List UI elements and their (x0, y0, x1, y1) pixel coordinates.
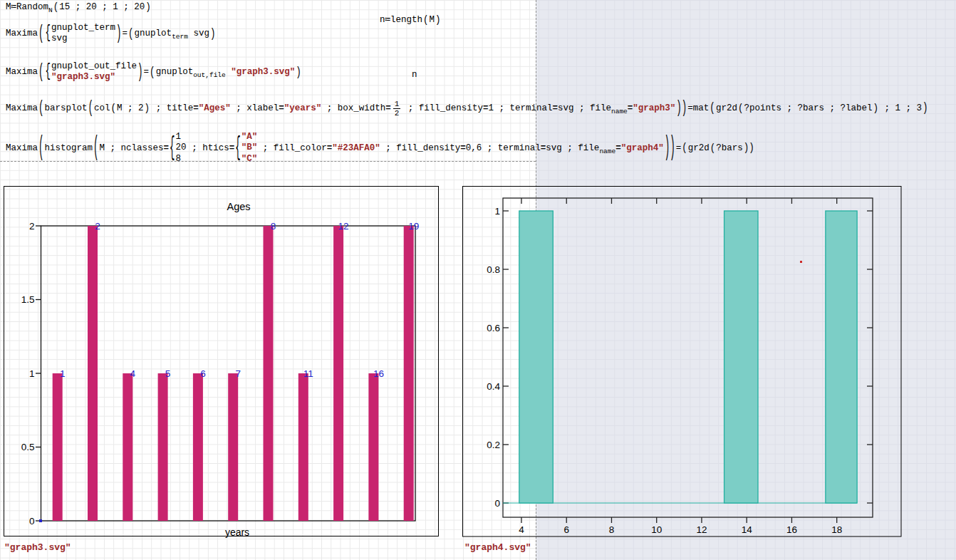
bar-value-label: 11 (303, 368, 313, 379)
bar (228, 373, 238, 521)
histogram-bar (826, 211, 857, 503)
charts-layer: Ages00.511.52124567811121619years"graph3… (0, 0, 956, 560)
bar (368, 373, 378, 521)
y-tick-label: 0.8 (487, 264, 500, 275)
bar (53, 373, 63, 521)
histogram-region[interactable]: 00.20.40.60.814681012141618"graph4.svg" (463, 187, 902, 554)
bar (123, 373, 133, 521)
bar-value-label: 16 (373, 368, 384, 379)
x-tick-label: 4 (519, 524, 524, 535)
bar-value-label: 5 (165, 368, 171, 379)
bar-value-label: 7 (235, 368, 241, 379)
chart-title: Ages (227, 201, 250, 212)
bar-value-label: 8 (271, 221, 276, 232)
bar (193, 373, 203, 521)
bar-value-label: 6 (200, 368, 206, 379)
y-tick-label: 1 (494, 206, 500, 217)
bar (264, 226, 274, 521)
bar (158, 373, 168, 521)
x-tick-label: 18 (831, 524, 842, 535)
y-tick-label: 0 (494, 498, 500, 509)
histogram-bar (519, 211, 553, 503)
bar-value-label: 4 (130, 368, 136, 379)
bar-value-label: 2 (95, 221, 100, 232)
stray-point-marker (800, 261, 802, 263)
result-filename: "graph3.svg" (4, 542, 71, 553)
bar-value-label: 19 (408, 221, 419, 232)
y-tick-label: 1.5 (21, 294, 35, 305)
y-tick-label: 0.4 (487, 381, 500, 392)
y-tick-label: 1 (29, 368, 35, 379)
y-tick-label: 0.2 (487, 440, 500, 450)
x-tick-label: 12 (696, 524, 707, 535)
bar (88, 226, 98, 521)
origin-point-marker (39, 519, 42, 522)
x-axis-label: years (225, 527, 249, 538)
bar-value-label: 1 (60, 368, 66, 379)
x-tick-label: 14 (742, 524, 753, 535)
y-tick-label: 0 (29, 516, 35, 527)
y-tick-label: 0.6 (487, 323, 500, 333)
plot-frame (503, 198, 873, 517)
ages-barsplot-region[interactable]: Ages00.511.52124567811121619years"graph3… (4, 187, 439, 554)
result-filename: "graph4.svg" (464, 542, 531, 553)
histogram-bar (724, 211, 758, 503)
bar (333, 226, 343, 521)
y-tick-label: 2 (29, 221, 35, 232)
bar (404, 226, 414, 521)
y-tick-label: 0.5 (21, 442, 35, 452)
x-tick-label: 8 (609, 524, 615, 535)
bar (298, 373, 308, 521)
bar-value-label: 12 (338, 221, 349, 232)
x-tick-label: 6 (563, 524, 569, 535)
x-tick-label: 16 (786, 524, 797, 535)
x-tick-label: 10 (651, 524, 662, 535)
